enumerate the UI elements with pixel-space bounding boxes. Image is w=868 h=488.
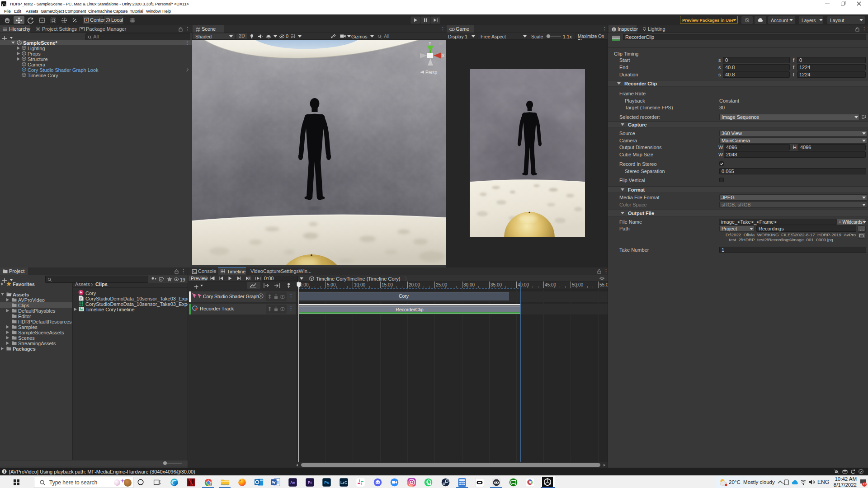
svg-text:Ae: Ae — [290, 480, 295, 485]
svg-text:Y: Y — [429, 41, 431, 46]
svg-text:Pr: Pr — [308, 480, 312, 485]
svg-text:X: X — [442, 53, 444, 58]
svg-text:Persp: Persp — [425, 70, 438, 75]
svg-text:LrC: LrC — [340, 480, 348, 485]
svg-text:Ps: Ps — [324, 480, 329, 485]
